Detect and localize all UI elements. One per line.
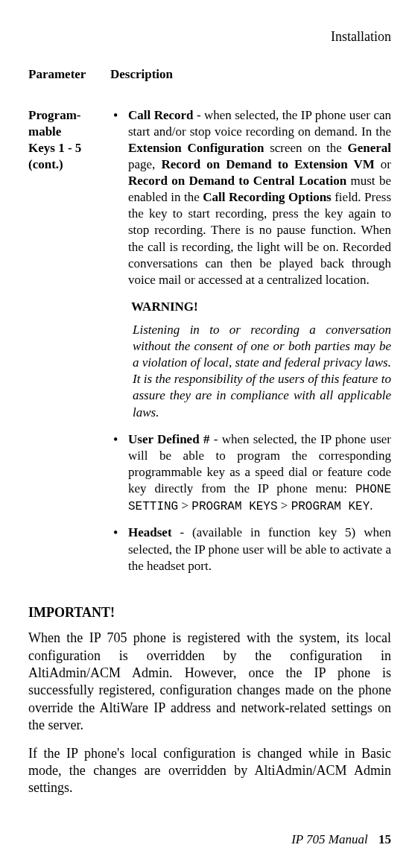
lead-term: Headset [128,525,172,539]
header-description: Description [110,66,391,82]
page-number: 15 [378,832,391,846]
gt: > [278,498,291,513]
text: . [370,498,373,513]
bullet-user-defined: • User Defined # - when selected, the IP… [110,431,391,515]
important-heading: IMPORTANT! [28,604,391,621]
gt: > [178,498,191,513]
text: field. Press the key to start recording,… [128,190,391,286]
text: or [375,157,391,171]
menu-path: PROGRAM KEYS [191,500,277,513]
lead-term: User Defined # [128,432,209,446]
warning-block: WARNING! Listening in to or recording a … [131,299,391,421]
warning-text: Listening in to or recording a conversat… [131,322,391,421]
term: Record on Demand to Extension VM [161,157,374,171]
bullet-marker: • [110,107,128,288]
text: page, [128,157,161,171]
bullet-headset: • Headset - (available in function key 5… [110,525,391,574]
page-header-section: Installation [28,28,391,45]
parameter-label: Program-mableKeys 1 - 5(cont.) [28,107,110,585]
important-paragraph-2: If the IP phone's local configuration is… [28,745,391,797]
bullet-text: User Defined # - when selected, the IP p… [128,431,391,515]
text: screen on the [264,141,347,155]
param-text: Program-mableKeys 1 - 5(cont.) [28,108,81,171]
bullet-call-record: • Call Record - when selected, the IP ph… [110,107,391,288]
bullet-marker: • [110,431,128,515]
manual-name: IP 705 Manual [291,832,368,846]
term: Extension Configuration [128,141,264,155]
table-row: Program-mableKeys 1 - 5(cont.) • Call Re… [28,107,391,585]
page-footer: IP 705 Manual 15 [291,831,391,847]
menu-path: PROGRAM KEY [291,500,370,513]
term: General [347,141,391,155]
term: Call Recording Options [203,190,331,204]
lead-term: Call Record [128,108,194,122]
bullet-marker: • [110,525,128,574]
term: Record on Demand to Central Location [128,174,346,188]
warning-title: WARNING! [131,299,391,314]
header-parameter: Parameter [28,66,110,82]
bullet-text: Call Record - when selected, the IP phon… [128,107,391,288]
bullet-text: Headset - (available in function key 5) … [128,525,391,574]
important-paragraph-1: When the IP 705 phone is registered with… [28,630,391,734]
description-cell: • Call Record - when selected, the IP ph… [110,107,391,585]
table-header-row: Parameter Description [28,66,391,82]
